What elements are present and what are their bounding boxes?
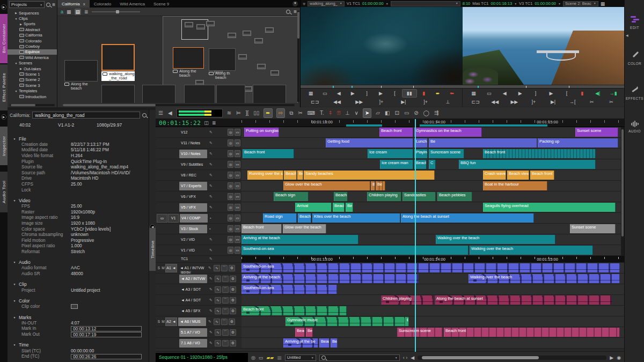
bin-vscrollbar[interactable] [297, 11, 299, 102]
timeline-clip[interactable]: Glow over the beach [283, 181, 370, 190]
track-lane[interactable]: Arriving at the beachWalking over the be… [241, 234, 624, 245]
automation-icon[interactable]: ⌒ [222, 276, 229, 282]
composer-position-bar[interactable] [301, 85, 624, 88]
frame-view-icon[interactable]: ▦ [67, 9, 71, 15]
track-header--a2-intvw[interactable]: ◄ A2 / INTVW✎∿⌒⚙ [156, 274, 241, 284]
pencil-icon[interactable]: ✎ [209, 277, 214, 281]
automation-icon[interactable]: ⌒ [222, 340, 229, 346]
timeline-clip[interactable]: Arriving at the beach [241, 235, 358, 244]
timeline-clip[interactable]: Ice cream [368, 149, 413, 158]
waveform-icon[interactable]: ∿ [215, 276, 221, 282]
source-timecode[interactable]: 01:00:00:00 [362, 1, 384, 6]
record-enable-icon[interactable]: ◎ [228, 161, 233, 168]
video-monitor-icon[interactable]: ▭ [259, 355, 264, 360]
transport-icon[interactable]: ◀ [497, 90, 513, 97]
timeline-clip[interactable]: Southend-on-sea [241, 263, 620, 272]
track-lane[interactable]: Southend-on-seaWalking over the beach [241, 245, 624, 255]
pencil-icon[interactable]: ✎ [209, 238, 214, 242]
audio-group-button[interactable]: A2 ◄ [165, 317, 177, 326]
transport-icon[interactable]: ▶ [544, 90, 559, 97]
bin-clip-thumbnail[interactable]: Along the beach [101, 85, 135, 103]
chevron-right-icon[interactable]: ▶ [14, 11, 18, 14]
timeline-clip[interactable]: Arriving at the be [283, 338, 318, 348]
transport-icon[interactable]: ] [528, 90, 544, 97]
pencil-icon[interactable]: ✎ [209, 195, 214, 199]
tree-item-equinox[interactable]: Equinox [8, 49, 57, 55]
transport-icon[interactable]: ▮▮ [402, 89, 417, 98]
bin-clip-thumbnail[interactable]: Along the beach [173, 47, 204, 78]
rail-collapse-arrow[interactable]: ◀ [626, 33, 628, 37]
bin-clip-thumbnail[interactable]: Along th beach [209, 48, 236, 80]
transport-icon[interactable]: ▭ [481, 90, 497, 97]
splice-in-icon[interactable]: ➨ [264, 108, 272, 118]
record-enable-icon[interactable]: ◎ [228, 150, 233, 157]
pencil-icon[interactable]: ✎ [209, 152, 214, 156]
transport-icon[interactable]: ▦ [304, 90, 318, 97]
timeline-clip[interactable]: Children playing [381, 295, 434, 305]
chevron-down-icon[interactable]: ▼ [13, 283, 16, 286]
track-header-v12[interactable]: V12✎◎▭ [156, 127, 241, 137]
scroll-left-icon[interactable]: ◀ [411, 355, 414, 360]
timeline-clip[interactable]: Gymnastic music [286, 317, 408, 326]
track-name[interactable]: ◄ A4 / SOT [179, 296, 207, 305]
tab-audio-tool[interactable]: Audio Tool [0, 172, 8, 212]
timeline-clip[interactable]: Be [306, 328, 313, 337]
close-icon[interactable]: x [83, 2, 85, 6]
panel-collapse-button[interactable]: ▶ [1, 4, 6, 10]
timeline-clip[interactable]: Kites over the beach [312, 213, 400, 223]
track-name[interactable]: V1 / VID [179, 246, 207, 255]
chevron-down-icon[interactable]: ▼ [386, 2, 389, 5]
timeline-clip[interactable]: Beach [298, 213, 311, 223]
track-header-v8[interactable]: V8 / REC✎◎▭ [156, 170, 241, 180]
bin-tab-scene-9[interactable]: Scene 9 [149, 0, 173, 8]
timeline-clip[interactable]: Crash wave [483, 171, 506, 180]
pencil-icon[interactable]: ✎ [208, 320, 213, 324]
bin-tab-colorado[interactable]: Colorado [90, 0, 115, 8]
thumb-view-icon[interactable]: ▤ [75, 9, 82, 15]
video-quality-icon[interactable]: ▰▰ [266, 355, 274, 360]
timeline-hscrollbar[interactable] [418, 356, 606, 360]
monitor-icon[interactable]: ▭ [404, 109, 409, 117]
focus-button[interactable]: ◎ [251, 355, 255, 360]
bin-clip-thumbnail[interactable]: Along the beach [64, 60, 98, 91]
gear-icon[interactable]: ⚙ [230, 297, 236, 304]
timeline-timecode[interactable]: 00:01:15:22 [159, 120, 201, 127]
track-header-v11[interactable]: V11 / Notes✎◎▭ [156, 138, 241, 148]
transport-icon[interactable]: [ [559, 90, 574, 97]
timeline-clip[interactable]: Sunset scene [575, 128, 618, 137]
automation-icon[interactable]: ⌒ [221, 265, 228, 271]
track-lane[interactable]: Putting on sunglasBeach frontGymnastics … [241, 127, 624, 137]
bin-menu-icon[interactable]: ≡ [294, 9, 297, 14]
waveform-icon[interactable]: ∿ [215, 308, 221, 314]
transport-icon[interactable]: ⬅ [445, 90, 459, 97]
pencil-icon[interactable]: ✎ [209, 298, 214, 302]
record-enable-icon[interactable]: ◎ [228, 182, 233, 189]
timeline-clip[interactable]: Be [346, 203, 353, 212]
timeline-clip[interactable]: Be [331, 338, 338, 348]
timeline-clip[interactable]: Arriving at the beach [241, 274, 419, 283]
automation-icon[interactable]: ⌒ [222, 297, 229, 304]
tree-item-scenes[interactable]: ▼Scenes [8, 61, 57, 66]
timeline-clip[interactable]: Ice cream man [380, 160, 413, 169]
timeline-clip[interactable]: Beach view [507, 171, 529, 180]
pencil-icon[interactable]: ✎ [209, 130, 214, 135]
motion-fx-icon[interactable]: ⇶ [434, 109, 439, 117]
gear-icon[interactable]: ⚙ [230, 308, 236, 314]
timeline-clip[interactable]: Packing up [538, 138, 618, 147]
timeline-clip[interactable]: Be [376, 181, 385, 190]
to-timeline-icon[interactable]: ⊥ [345, 109, 350, 117]
transport-icon[interactable]: →[ [563, 98, 582, 106]
track-header--a5-sfx[interactable]: ◄ A5 / SFX✎∿⌒⚙ [156, 306, 241, 316]
chevron-right-icon[interactable]: ▶ [19, 67, 23, 70]
monitor-icon[interactable]: ▭ [235, 139, 240, 146]
waveform-icon[interactable]: ∿ [215, 329, 221, 336]
mute-button[interactable]: M [161, 266, 165, 270]
timeline-clip[interactable]: Beach pebbles [437, 192, 472, 201]
bin-clip-thumbnail[interactable]: walking_along _the_road [101, 44, 135, 81]
source-monitor[interactable] [301, 7, 463, 85]
track-header-v6[interactable]: V6 / VFX✎◎▭ [156, 191, 241, 202]
track-lane[interactable]: Getting foodLunchBePacking up [241, 138, 624, 148]
gear-icon[interactable]: ⚙ [230, 329, 236, 336]
timeline-clip[interactable]: Sunscream scene [397, 328, 443, 337]
track-name[interactable]: ◄ A5 / SFX [179, 307, 207, 315]
